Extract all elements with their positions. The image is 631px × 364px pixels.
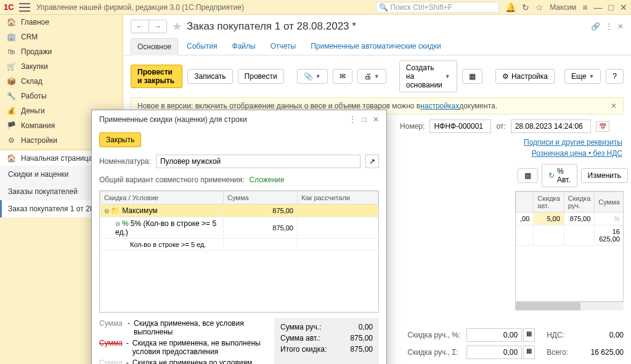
date-input[interactable]: 28.08.2023 14:24:06 <box>511 119 591 133</box>
write-button[interactable]: Записать <box>187 69 232 84</box>
disc-sum-input[interactable]: 0,00 <box>466 346 522 359</box>
number-input[interactable]: НФНФ-000001 <box>429 119 491 133</box>
back-button[interactable]: ← <box>131 20 149 33</box>
calendar-icon[interactable]: 📅 <box>596 121 609 132</box>
create-based-button[interactable]: Создать на основании ▼ <box>399 60 457 92</box>
items-table: Скидка авт. Скидка руч. Сумма Спецификац… <box>516 192 624 246</box>
nav-works[interactable]: 🔧Работы <box>0 89 123 103</box>
retail-price-link[interactable]: Розничная цена • без НДС <box>532 149 622 158</box>
logo-1c: 1С <box>4 2 14 12</box>
modal-close-icon[interactable]: ✕ <box>373 115 379 124</box>
number-label: Номер: <box>400 122 425 131</box>
email-button[interactable]: ✉ <box>333 69 352 84</box>
collapse-icon[interactable]: ⊖ <box>104 208 109 214</box>
bell-icon[interactable]: 🔔 <box>505 2 516 12</box>
wrench-icon: 🔧 <box>6 92 16 100</box>
gear-icon: ⚙ <box>6 136 16 145</box>
attach-button[interactable]: 📎 ▼ <box>297 69 328 84</box>
horizontal-scrollbar[interactable] <box>515 302 624 310</box>
disc-pct-input[interactable]: 0,00 <box>466 328 522 342</box>
condition-row[interactable]: Кол-во в строке >= 5 ед. <box>100 239 378 251</box>
close-doc-icon[interactable]: ✕ <box>617 22 624 31</box>
settings-button[interactable]: ⚙ Настройка <box>495 69 555 84</box>
maximize-icon[interactable]: □ <box>609 2 614 12</box>
discount-group-row[interactable]: ⊖ 📁 Максимум 875,00 <box>100 204 378 217</box>
col-sum[interactable]: Сумма <box>595 192 624 212</box>
user-name[interactable]: Максим <box>550 3 576 12</box>
barcode-button[interactable]: ▦ <box>518 168 538 183</box>
close-icon[interactable]: ✕ <box>620 2 627 12</box>
table-row[interactable]: ,00 5,00 875,00 % сумма <box>516 212 624 225</box>
tab-events[interactable]: События <box>181 38 224 55</box>
tab-applied-discounts[interactable]: Примененные автоматические скидки <box>304 38 447 55</box>
hamburger-icon[interactable] <box>19 3 30 12</box>
tab-files[interactable]: Файлы <box>226 38 262 55</box>
forward-button[interactable]: → <box>149 20 166 33</box>
calc-icon[interactable]: ▦ <box>523 328 535 342</box>
open-ref-icon[interactable]: ↗ <box>365 155 379 168</box>
link-icon[interactable]: 🔗 <box>591 22 600 31</box>
discount-row[interactable]: ⊖ % 5% (Кол-во в строке >= 5 ед.) 875,00 <box>100 217 378 239</box>
menu-icon[interactable]: ≡ <box>582 2 587 12</box>
minimize-icon[interactable]: — <box>594 2 603 12</box>
bag-icon: 🛍 <box>6 47 16 56</box>
col-disc-man[interactable]: Скидка руч. <box>564 192 595 212</box>
collapse-icon[interactable]: ⊖ <box>115 220 120 227</box>
post-and-close-button[interactable]: Провести и закрыть <box>131 65 182 88</box>
tab-reports[interactable]: Отчеты <box>264 38 302 55</box>
post-button[interactable]: Провести <box>238 69 284 84</box>
options-icon[interactable]: ⋮ <box>605 22 613 31</box>
more-button[interactable]: Еще ▼ <box>564 69 601 84</box>
home-icon: 🏠 <box>6 154 16 163</box>
history-icon[interactable]: ↻ <box>522 2 529 12</box>
info-settings-link[interactable]: настройках <box>420 102 459 110</box>
edit-button[interactable]: Изменить <box>581 168 628 183</box>
favorite-star[interactable]: ★ <box>172 20 182 33</box>
auto-discount-button[interactable]: ↻ % Авт. <box>542 164 577 187</box>
tab-main[interactable]: Основное <box>131 38 178 55</box>
titlebar: 1С Управление нашей фирмой, редакция 3.0… <box>0 0 631 15</box>
app-title: Управление нашей фирмой, редакция 3.0 (1… <box>36 3 377 12</box>
info-close-icon[interactable]: ✕ <box>611 102 617 110</box>
nomenclature-input[interactable]: Пуловер мужской <box>156 155 360 168</box>
modal-close-button[interactable]: Закрыть <box>99 132 141 147</box>
modal-maximize-icon[interactable]: □ <box>362 115 367 124</box>
totals-panel: Скидка руч., %: 0,00▦ НДС: 0,00 Скидка р… <box>407 328 624 359</box>
dk-button[interactable]: ▦ <box>462 69 482 84</box>
from-label: от: <box>496 122 505 131</box>
star-icon[interactable]: ☆ <box>535 2 543 12</box>
nav-crm[interactable]: 🏢CRM <box>0 30 123 44</box>
nav-sales[interactable]: 🛍Продажи <box>0 44 123 59</box>
nav-warehouse[interactable]: 📦Склад <box>0 74 123 89</box>
legend: Сумма- Скидка применена, все условия вып… <box>99 313 379 364</box>
calc-icon[interactable]: ▦ <box>523 346 535 359</box>
nav-purchases[interactable]: 🛒Закупки <box>0 59 123 74</box>
signatures-link[interactable]: Подписи и другие реквизиты <box>524 138 622 147</box>
discounts-table: Скидка / Условие Сумма Как рассчитали ⊖ … <box>100 191 378 312</box>
help-button[interactable]: ? <box>606 69 624 84</box>
summary-panel: Сумма руч.:0,00 Сумма авт.:875,00 Итого … <box>274 318 379 364</box>
building-icon: 🏢 <box>6 33 16 41</box>
nav-back-forward: ← → <box>131 20 167 33</box>
doc-tabs: Основное События Файлы Отчеты Примененны… <box>123 38 631 55</box>
search-icon: 🔍 <box>379 3 388 12</box>
combine-value: Сложение <box>249 176 284 184</box>
document-title: Заказ покупателя 1 от 28.08.2023 * <box>187 20 356 33</box>
box-icon: 📦 <box>6 77 16 86</box>
cart-icon: 🛒 <box>6 62 16 71</box>
folder-icon: 📁 <box>111 206 120 215</box>
discounts-modal: Примененные скидки (наценки) для строки … <box>91 110 387 364</box>
global-search[interactable]: 🔍 Поиск Ctrl+Shift+F <box>376 2 499 13</box>
print-button[interactable]: 🖨 ▼ <box>357 69 386 84</box>
col-disc-auto[interactable]: Скидка авт. <box>534 192 564 212</box>
nav-main[interactable]: 🏠Главное <box>0 15 123 30</box>
modal-title: Примененные скидки (наценки) для строки <box>99 115 247 124</box>
home-icon: 🏠 <box>6 18 16 26</box>
money-icon: 💰 <box>6 107 16 115</box>
percent-icon: % <box>122 219 129 228</box>
flag-icon: 🏴 <box>6 121 16 130</box>
modal-menu-icon[interactable]: ⋮ <box>349 115 356 124</box>
